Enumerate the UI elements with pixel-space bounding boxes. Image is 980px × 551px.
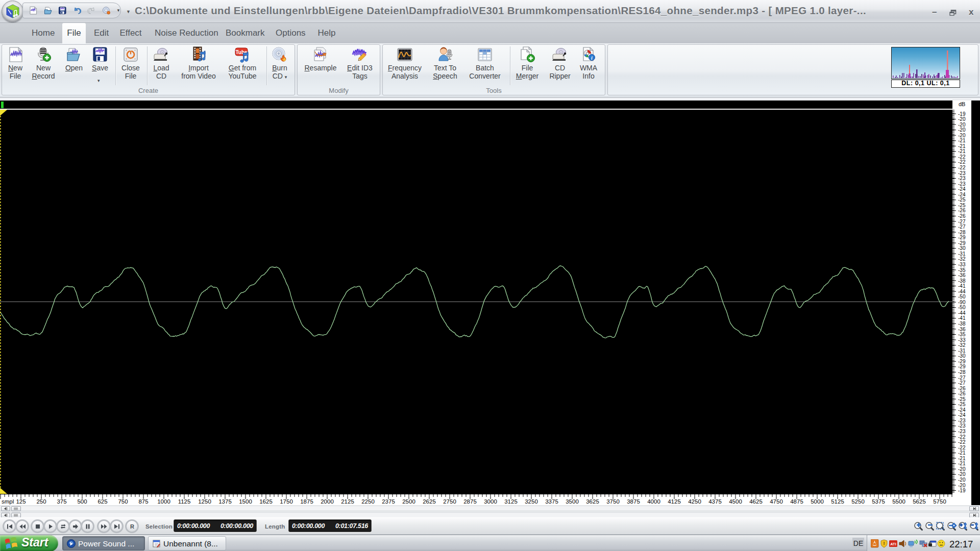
svg-text:R: R (130, 523, 134, 530)
svg-text:!: ! (884, 541, 885, 546)
svg-text:i: i (591, 55, 593, 61)
svg-text:ATI: ATI (890, 542, 896, 546)
